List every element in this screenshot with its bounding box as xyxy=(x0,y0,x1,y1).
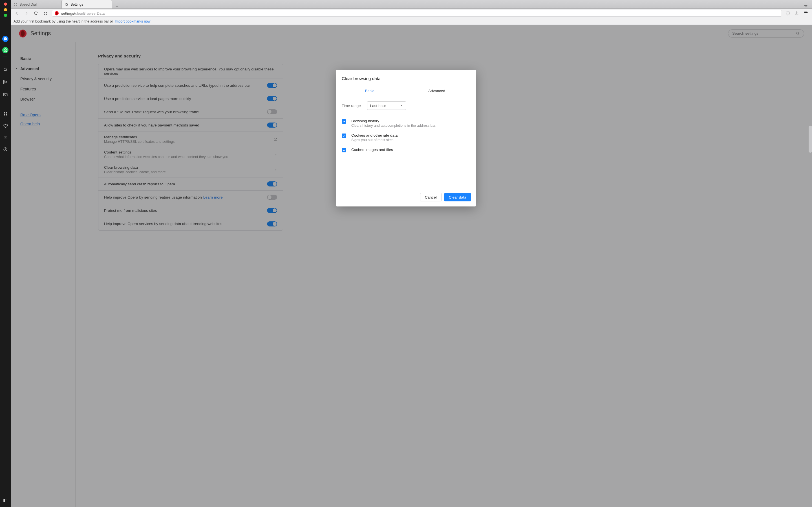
svg-rect-17 xyxy=(44,13,45,15)
svg-rect-16 xyxy=(46,11,47,13)
gear-icon xyxy=(64,3,68,6)
new-tab-button[interactable] xyxy=(112,4,122,8)
messenger-icon[interactable] xyxy=(2,36,8,42)
item-title: Cookies and other site data xyxy=(351,133,398,137)
window-max-dot[interactable] xyxy=(4,14,7,17)
time-range-select[interactable]: Last hour xyxy=(367,101,406,110)
speed-dial-icon xyxy=(13,3,17,6)
svg-point-20 xyxy=(56,11,58,15)
tab-label: Speed Dial xyxy=(19,3,37,6)
svg-rect-1 xyxy=(3,93,7,96)
address-text: settings/clearBrowserData xyxy=(61,11,105,15)
window-min-dot[interactable] xyxy=(4,8,7,11)
address-bar[interactable]: settings/clearBrowserData xyxy=(52,10,406,17)
svg-rect-3 xyxy=(4,112,5,114)
import-bookmarks-link[interactable]: Import bookmarks now xyxy=(115,19,150,23)
camera-icon[interactable] xyxy=(2,91,8,98)
svg-rect-5 xyxy=(4,114,5,115)
checkbox[interactable] xyxy=(342,148,346,152)
svg-rect-18 xyxy=(46,13,47,15)
toolbar: settings/clearBrowserData xyxy=(11,9,406,18)
clear-browsing-data-modal: Clear browsing data Basic Advanced Time … xyxy=(336,70,406,207)
item-subtitle: Signs you out of most sites. xyxy=(351,138,398,142)
modal-title: Clear browsing data xyxy=(336,70,406,84)
tab-label: Settings xyxy=(70,3,83,6)
svg-rect-6 xyxy=(6,114,7,115)
clear-data-item: Browsing historyClears history and autoc… xyxy=(342,116,406,130)
time-range-label: Time range xyxy=(342,104,361,108)
search-icon[interactable] xyxy=(2,66,8,73)
clear-data-item: Cached images and files xyxy=(342,145,406,155)
svg-point-0 xyxy=(4,68,6,71)
svg-rect-13 xyxy=(14,5,15,6)
svg-rect-15 xyxy=(44,11,45,13)
grid-icon[interactable] xyxy=(2,111,8,117)
tab-strip: Speed Dial Settings xyxy=(11,0,406,9)
reload-button[interactable] xyxy=(33,10,39,16)
clear-data-item: Cookies and other site dataSigns you out… xyxy=(342,130,406,145)
back-button[interactable] xyxy=(13,10,20,16)
checkbox[interactable] xyxy=(342,119,346,124)
forward-button[interactable] xyxy=(23,10,29,16)
svg-rect-11 xyxy=(14,3,15,4)
modal-tabs: Basic Advanced xyxy=(336,86,406,96)
tab-speed-dial[interactable]: Speed Dial xyxy=(11,1,61,8)
speed-dial-button[interactable] xyxy=(42,10,49,16)
checkbox[interactable] xyxy=(342,133,346,138)
svg-rect-4 xyxy=(6,112,7,114)
chevron-down-icon xyxy=(400,104,403,107)
news-icon[interactable] xyxy=(2,134,8,140)
history-icon[interactable] xyxy=(2,146,8,152)
modal-tab-advanced[interactable]: Advanced xyxy=(403,86,406,96)
svg-rect-12 xyxy=(16,3,17,4)
send-icon[interactable] xyxy=(2,79,8,85)
svg-rect-7 xyxy=(4,136,7,139)
item-subtitle: Clears history and autocompletions in th… xyxy=(351,124,406,128)
bookmark-hint-bar: Add your first bookmark by using the hea… xyxy=(11,18,406,25)
item-title: Cached images and files xyxy=(351,148,393,152)
modal-tab-basic[interactable]: Basic xyxy=(336,86,403,96)
whatsapp-icon[interactable] xyxy=(2,47,8,53)
bookmark-hint-text: Add your first bookmark by using the hea… xyxy=(13,19,113,23)
svg-point-2 xyxy=(4,94,6,96)
window-close-dot[interactable] xyxy=(4,3,7,6)
svg-rect-14 xyxy=(16,5,17,6)
heart-icon[interactable] xyxy=(2,122,8,129)
item-title: Browsing history xyxy=(351,119,406,123)
mac-sidebar xyxy=(0,0,11,253)
opera-icon xyxy=(54,11,59,15)
tab-settings[interactable]: Settings xyxy=(61,0,112,8)
